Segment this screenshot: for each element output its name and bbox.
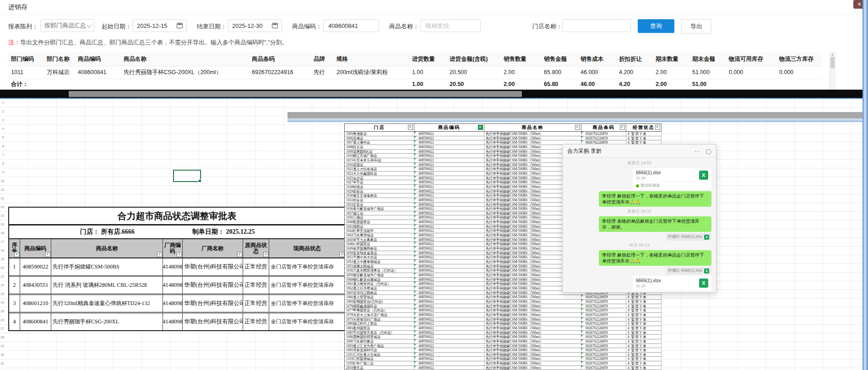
column-header: 销售数量	[500, 52, 540, 66]
form-cell: 华塑(台州)科技有限公司	[183, 277, 243, 294]
product-code-input[interactable]	[327, 22, 375, 30]
form-cell: 全门店暂停下单控货清库存	[269, 258, 345, 275]
store-row: 1093遵义汇东为贵广场店408590022先行伴手焖烧罐CSM-500BS（5…	[345, 344, 662, 349]
calendar-icon[interactable]	[272, 23, 278, 28]
quoted-file-reference[interactable]: 柠檬D: 6666(1).xlsxX	[666, 233, 711, 241]
product-name-field[interactable]	[420, 19, 481, 32]
store-cell: 408590022	[414, 247, 484, 251]
product-name-input[interactable]	[424, 22, 477, 30]
store-row: 2010朋关店408590022先行伴手焖烧罐CSM-500BS（500ml）6…	[345, 366, 662, 370]
column-header: 部门编码	[7, 52, 43, 66]
window-icon[interactable]: ▢	[706, 148, 711, 154]
outgoing-message-bubble[interactable]: 李经理 麻烦处理一下，表格里的单品全门店暂停下单控货清库存🙏🙏	[599, 191, 711, 207]
vertical-scrollbar[interactable]	[863, 0, 868, 370]
filter-dropdown-icon[interactable]: ▼	[263, 252, 268, 257]
report-table-scrollbar[interactable]: ▲	[830, 52, 835, 90]
filter-dropdown-icon[interactable]: ▼	[655, 125, 660, 130]
filter-dropdown-icon[interactable]: ▼	[177, 252, 182, 257]
form-cell: 4	[9, 313, 20, 330]
row-number: 27	[0, 327, 4, 330]
start-date-label: 起始日期：	[102, 22, 131, 31]
form-cell: 408430551	[20, 277, 51, 294]
outgoing-message-bubble[interactable]: 李经理 表格的单品麻烦全门店暂停下单控货清库存，谢谢。	[599, 216, 711, 232]
store-cell: 408590022	[414, 185, 484, 189]
filter-dropdown-icon[interactable]: ▼	[157, 252, 162, 257]
column-header: 物流三方库存	[776, 52, 822, 66]
store-cell: 6926702226859	[581, 136, 626, 141]
form-column-header: 商品编码▼	[20, 239, 51, 258]
store-cell: 6926702226859	[581, 366, 626, 370]
horizontal-scrollbar-thumb[interactable]	[69, 91, 522, 97]
store-cell: 4 暂禁下单	[626, 132, 662, 136]
file-message-card[interactable]: 6666(1).xlsx11.1KX微信电脑版	[633, 168, 711, 190]
row-number: 5	[0, 136, 4, 139]
scroll-up-icon[interactable]: ▲	[831, 53, 834, 56]
store-cell: 408590022	[414, 207, 484, 211]
selected-cell[interactable]	[173, 170, 201, 182]
store-cell: 408590022	[414, 291, 484, 295]
more-icon[interactable]: ⋯	[694, 148, 700, 154]
row-number: 31	[0, 362, 4, 365]
form-cell: 华塑(台州)科技有限公司	[183, 313, 243, 330]
form-cell: 4148098	[163, 295, 183, 312]
store-cell: 4 暂禁下单	[626, 366, 662, 370]
scrollbar-thumb[interactable]	[830, 57, 835, 69]
store-cell: 408590022	[414, 233, 484, 238]
filter-dropdown-icon[interactable]: ▼	[575, 125, 580, 130]
query-button[interactable]: 查询	[638, 19, 674, 33]
row-number: 23	[0, 292, 4, 295]
product-code-field[interactable]	[323, 19, 379, 32]
store-cell: 先行伴手焖烧罐CSM-500BS（500ml）	[484, 339, 581, 344]
report-type-select[interactable]: 按部门商品汇总	[40, 19, 94, 32]
start-date-input[interactable]: 2025-12-15	[133, 19, 187, 32]
store-cell: 408590022	[414, 304, 484, 309]
wechat-message-list[interactable]: 星期五 14:026666(1).xlsx11.1KX微信电脑版李经理 麻烦处理…	[563, 158, 716, 291]
store-cell: 408590022	[414, 140, 484, 145]
store-cell: 先行伴手焖烧罐CSM-500BS（500ml）	[484, 366, 581, 370]
table-cell: 1011	[7, 66, 43, 79]
filter-dropdown-icon[interactable]: ▼	[14, 252, 19, 257]
note-text: 导出文件分部门汇总、商品汇总、部门商品汇总三个表，不需分开导出。输入多个商品编码…	[20, 39, 288, 46]
table-cell: 2.00	[500, 66, 540, 79]
store-cell: 408590022	[414, 198, 484, 203]
filter-dropdown-icon[interactable]: ▼	[339, 252, 344, 257]
start-date-value: 2025-12-15	[137, 22, 168, 29]
form-cell: 408601210	[20, 295, 51, 312]
store-cell: 4 暂禁下单	[626, 295, 662, 300]
filter-dropdown-icon[interactable]: ▼	[478, 125, 483, 130]
store-cell: 408590022	[414, 132, 484, 136]
form-cell: 正常经营	[243, 295, 270, 312]
end-date-value: 2025-12-30	[232, 22, 263, 29]
file-message-card[interactable]: 6666(1).xlsx11.1KX微信电脑版	[633, 276, 711, 291]
store-cell: 1103仁怀国酒城店	[345, 357, 414, 361]
wechat-titlebar[interactable]: 合力采购 李黔 ⋯ ▢	[563, 145, 716, 158]
store-cell: 1046仁怀国贸店	[345, 242, 414, 247]
store-cell: 先行伴手焖烧罐CSM-500BS（500ml）	[484, 331, 581, 335]
table-cell: 0.000	[725, 66, 776, 79]
report-table-header: 部门编码部门名称商品编码商品名称商品条码品牌规格进货数量进货金额(含税)销售数量…	[7, 52, 822, 66]
calendar-icon[interactable]	[177, 23, 183, 28]
filter-dropdown-icon[interactable]: ▼	[408, 125, 413, 130]
row-number: 15	[0, 223, 4, 226]
filter-dropdown-icon[interactable]: ▼	[45, 252, 50, 257]
outgoing-message-bubble[interactable]: 李经理 麻烦处理一下，表格里的单品全门店暂停下单控货清库存🙏🙏	[599, 250, 711, 266]
filter-dropdown-icon[interactable]: ▼	[237, 252, 242, 257]
store-name-field[interactable]	[562, 19, 631, 32]
export-button[interactable]: 导出	[681, 19, 711, 34]
store-row: 1006息烽店408590022先行伴手焖烧罐CSM-500BS（500ml）6…	[345, 136, 662, 141]
store-cell: 1029瓮安店	[345, 189, 414, 194]
table-cell: 20.500	[446, 66, 500, 79]
report-table-row: 1011万科城店408600841先行秀丽随手杯CSG-200XL（200ml）…	[7, 66, 822, 79]
end-date-label: 结束日期：	[197, 22, 227, 31]
wechat-window[interactable]: 合力采购 李黔 ⋯ ▢ 星期五 14:026666(1).xlsx11.1KX微…	[562, 144, 716, 293]
store-cell: 6926702226859	[581, 339, 626, 344]
total-cell	[333, 79, 408, 90]
store-cell: 4 暂禁下单	[626, 304, 662, 309]
end-date-input[interactable]: 2025-12-30	[228, 19, 282, 32]
store-cell: 1022大方佳鑫国际店	[345, 172, 414, 176]
filter-dropdown-icon[interactable]: ▼	[620, 125, 625, 130]
store-name-input[interactable]	[566, 22, 627, 30]
quoted-file-reference[interactable]: 柠檬D: 6666(1).xlsxX	[666, 267, 711, 274]
store-cell: 4 暂禁下单	[626, 300, 662, 304]
store-row: 1077甲秀国贸店（已闭店）408590022先行伴手焖烧罐CSM-500BS（…	[345, 308, 662, 313]
